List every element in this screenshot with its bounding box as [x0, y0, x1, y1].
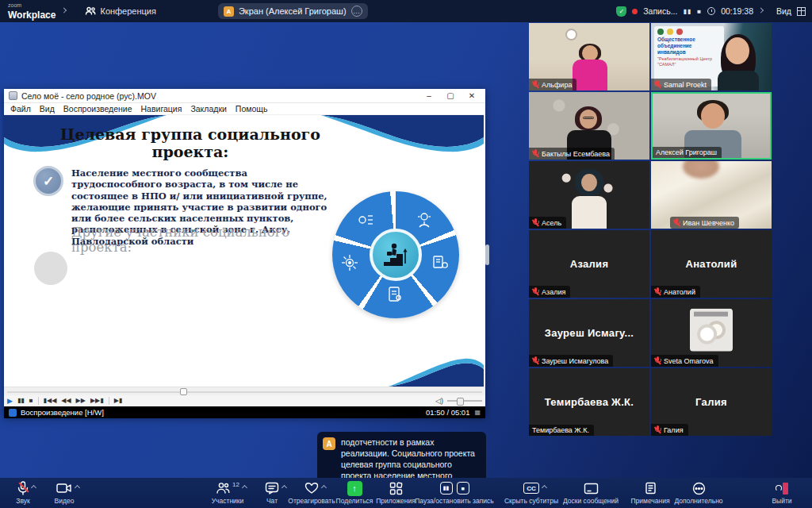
audio-options-chevron[interactable]: [31, 485, 36, 491]
view-grid-icon[interactable]: [797, 7, 806, 16]
play-button[interactable]: ▶: [7, 398, 13, 405]
muted-mic-icon: [532, 80, 539, 89]
captions-button[interactable]: CC Скрыть субтитры: [500, 480, 563, 505]
wall-clock: [565, 29, 577, 40]
volume-slider[interactable]: [447, 400, 482, 402]
participant-name-label: Азалия: [529, 286, 570, 298]
career-stairs-icon: [381, 241, 411, 268]
screen-share-avatar: A: [224, 6, 234, 17]
slide-wave-decoration: [389, 355, 484, 387]
tab-screen-share[interactable]: A Экран (Алексей Григораш) …: [218, 3, 368, 19]
participant-tile[interactable]: Зауреш Исмагу... Зауреш Исмагулова: [529, 299, 649, 367]
top-bar: zoom Workplace Конференция A Экран (Алек…: [0, 0, 812, 22]
whiteboards-button[interactable]: Доски сообщений: [557, 480, 625, 505]
player-controls: ▶ ▮▮ ■ ▮◀◀ ◀◀ ▶▶ ▶▶▮ ▶▮ ◁): [4, 395, 485, 406]
participants-count-badge: 12: [232, 481, 239, 488]
participant-name-label: Анатолий: [651, 286, 700, 298]
captions-chevron[interactable]: [542, 485, 547, 491]
menu-view[interactable]: Вид: [40, 104, 55, 114]
seek-bar[interactable]: [4, 387, 485, 395]
participant-name-label: Темирбаева Ж.К.: [529, 425, 594, 436]
frame-step-button[interactable]: ▶▮: [114, 398, 123, 404]
time-display: 01:50 / 05:01: [426, 408, 469, 417]
camera-icon: [56, 483, 72, 494]
participant-name-label: Бактылы Есембаева: [529, 148, 615, 160]
video-button[interactable]: Видео: [36, 480, 92, 505]
media-player-window: Село моё - село родное (рус).MOV – ▢ ✕ Ф…: [4, 89, 485, 417]
security-shield-icon[interactable]: ✓: [616, 6, 626, 17]
rewind-button[interactable]: ◀◀: [61, 398, 71, 404]
stop-record-icon[interactable]: ■: [457, 482, 469, 495]
window-scrollbar-fragment[interactable]: [485, 244, 489, 265]
player-menu-bar: Файл Вид Воспроизведение Навигация Закла…: [4, 103, 485, 115]
player-title-bar[interactable]: Село моё - село родное (рус).MOV – ▢ ✕: [4, 89, 485, 103]
minimize-button[interactable]: –: [420, 91, 438, 100]
timer-chevron-icon[interactable]: [758, 7, 764, 13]
video-options-chevron[interactable]: [75, 485, 80, 491]
tab-conference[interactable]: Конференция: [85, 6, 155, 16]
tab-conference-label: Конференция: [100, 6, 155, 16]
org-logos: [657, 29, 721, 35]
participant-name-label: Иван Шевченко: [670, 217, 739, 229]
participant-name-label: Асель: [529, 217, 566, 229]
participant-tile[interactable]: Sveta Omarova: [651, 299, 772, 367]
clipboard-person-icon: [385, 285, 404, 304]
gear-list-icon: [356, 210, 375, 229]
pause-record-icon[interactable]: ▮▮: [440, 482, 453, 495]
participant-tile-active-speaker[interactable]: Алексей Григораш: [651, 92, 772, 160]
player-window-title: Село моё - село родное (рус).MOV: [21, 91, 416, 101]
workspace-chevron-icon[interactable]: [61, 7, 67, 13]
people-icon: [85, 6, 96, 16]
video-canvas[interactable]: Целевая группа социального проекта: ✓ На…: [4, 115, 484, 387]
stop-recording-icon[interactable]: ■: [697, 8, 702, 15]
slide-wheel-diagram: [332, 191, 459, 318]
seek-thumb[interactable]: [180, 388, 187, 395]
tab-screen-share-label: Экран (Алексей Григораш): [239, 6, 347, 16]
tab-options-icon[interactable]: …: [351, 6, 362, 17]
share-screen-icon: ↑: [347, 481, 362, 496]
muted-mic-icon: [532, 149, 539, 158]
next-button[interactable]: ▶▶▮: [90, 398, 104, 404]
menu-navigation[interactable]: Навигация: [141, 104, 182, 114]
zoom-meeting-window: zoom Workplace Конференция A Экран (Алек…: [0, 0, 812, 508]
player-logo-icon: [9, 409, 17, 417]
leave-button[interactable]: Выйти: [758, 480, 806, 505]
participant-tile[interactable]: Анатолий Анатолий: [651, 230, 772, 298]
playback-status: Воспроизведение [H/W]: [21, 408, 104, 417]
seek-track: [7, 391, 482, 393]
center-name-text: "Реабилитационный Центр "САМАЛ": [657, 56, 721, 67]
participant-tile[interactable]: Иван Шевченко: [651, 161, 772, 229]
org-name-text: Общественное объединение инвалидов: [657, 37, 721, 55]
participant-tile[interactable]: Азалия Азалия: [529, 230, 649, 298]
menu-playback[interactable]: Воспроизведение: [63, 104, 132, 114]
menu-bookmarks[interactable]: Закладки: [190, 104, 226, 114]
close-button[interactable]: ✕: [463, 91, 481, 100]
participant-tile[interactable]: Галия Галия: [651, 368, 772, 436]
previous-button[interactable]: ▮◀◀: [44, 398, 57, 404]
vision-network-icon: [340, 253, 359, 272]
participant-tile[interactable]: Альфира: [529, 23, 649, 90]
pause-stop-recording-button[interactable]: ▮▮ ■ Пауза/остановить запись: [411, 480, 498, 505]
menu-file[interactable]: Файл: [10, 104, 31, 114]
muted-mic-icon: [673, 218, 680, 227]
idea-person-icon: [415, 210, 434, 229]
more-button[interactable]: Дополнительно: [665, 480, 733, 505]
pause-recording-icon[interactable]: ▮▮: [683, 8, 691, 15]
participant-tile[interactable]: Бактылы Есембаева: [529, 92, 649, 160]
speaker-icon[interactable]: ◁): [435, 397, 443, 405]
recording-label: Запись...: [643, 6, 677, 16]
maximize-button[interactable]: ▢: [442, 91, 459, 100]
leave-icon: [776, 483, 788, 495]
react-chevron[interactable]: [321, 485, 327, 491]
document-gear-icon: [431, 253, 450, 272]
forward-button[interactable]: ▶▶: [76, 398, 86, 404]
participant-tile[interactable]: Асель: [529, 161, 649, 229]
menu-help[interactable]: Помощь: [236, 104, 268, 114]
participant-tile[interactable]: Темирбаева Ж.К. Темирбаева Ж.К.: [529, 368, 649, 436]
participant-tile[interactable]: Общественное объединение инвалидов "Реаб…: [651, 23, 772, 90]
media-file-icon: [9, 91, 17, 100]
view-label[interactable]: Вид: [776, 6, 791, 16]
pause-button[interactable]: ▮▮: [17, 398, 25, 404]
blurred-face: [683, 161, 719, 179]
stop-button[interactable]: ■: [29, 398, 33, 404]
